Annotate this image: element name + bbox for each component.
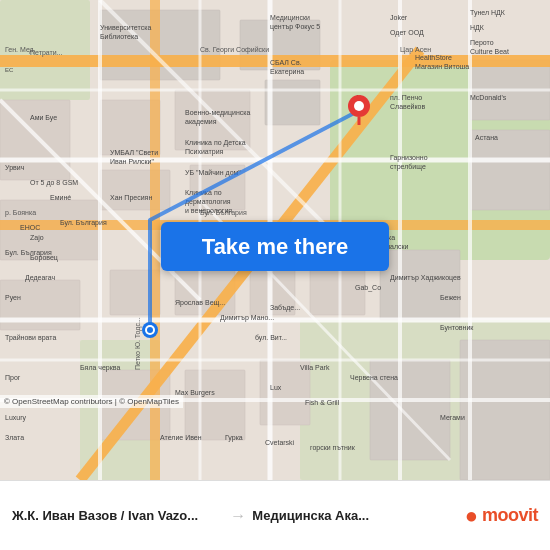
svg-text:Руен: Руен <box>5 294 21 302</box>
svg-text:Дедеагач: Дедеагач <box>25 274 55 282</box>
svg-rect-23 <box>185 370 245 440</box>
origin-name: Ж.К. Иван Вазов / Ivan Vazo... <box>12 508 224 523</box>
svg-rect-21 <box>470 130 550 210</box>
svg-text:HealthStore: HealthStore <box>415 54 452 61</box>
svg-text:Culture Beat: Culture Beat <box>470 48 509 55</box>
svg-text:Прог: Прог <box>5 374 21 382</box>
svg-text:център Фокус 5: център Фокус 5 <box>270 23 320 31</box>
dest-info: Медицинска Ака... <box>252 508 464 523</box>
svg-text:Хан Пресиян: Хан Пресиян <box>110 194 152 202</box>
svg-text:Ярослав Вещ...: Ярослав Вещ... <box>175 299 225 307</box>
svg-text:Бунтовник: Бунтовник <box>440 324 474 332</box>
svg-text:Zajo: Zajo <box>30 234 44 242</box>
svg-text:Бул. България: Бул. България <box>5 249 52 257</box>
svg-text:пл. Пенчо: пл. Пенчо <box>390 94 422 101</box>
divider: → <box>224 507 252 525</box>
svg-text:Петрати...: Петрати... <box>30 49 63 57</box>
svg-text:р. Боянка: р. Боянка <box>5 209 36 217</box>
svg-text:академия: академия <box>185 118 217 126</box>
svg-text:Одет ООД: Одет ООД <box>390 29 424 37</box>
take-me-there-button[interactable]: Take me there <box>161 222 389 271</box>
svg-text:Военно-медицинска: Военно-медицинска <box>185 109 250 117</box>
svg-text:Ателие Ивен: Ателие Ивен <box>160 434 202 441</box>
svg-text:Трайнови врата: Трайнови врата <box>5 334 56 342</box>
svg-point-121 <box>354 101 364 111</box>
svg-text:Fish & Grill: Fish & Grill <box>305 399 340 406</box>
svg-text:Cvetarski: Cvetarski <box>265 439 295 446</box>
svg-text:Медицински: Медицински <box>270 14 310 22</box>
svg-text:Тунел НДК: Тунел НДК <box>470 9 506 17</box>
svg-text:Luxury: Luxury <box>5 414 27 422</box>
svg-text:Еминé: Еминé <box>50 194 71 201</box>
svg-text:Злата: Злата <box>5 434 24 441</box>
osm-attribution: © OpenStreetMap contributors | © OpenMap… <box>0 395 183 408</box>
svg-text:Петко Ю. Тодс...: Петко Ю. Тодс... <box>134 317 142 370</box>
svg-text:Астана: Астана <box>475 134 498 141</box>
svg-text:Иван Рилски": Иван Рилски" <box>110 158 155 165</box>
svg-text:ЕС: ЕС <box>5 67 14 73</box>
svg-text:Joker: Joker <box>390 14 408 21</box>
svg-text:Библиотека: Библиотека <box>100 33 138 40</box>
origin-info: Ж.К. Иван Вазов / Ivan Vazo... <box>12 508 224 523</box>
svg-text:Университетска: Университетска <box>100 24 151 32</box>
svg-text:Димитър Мано...: Димитър Мано... <box>220 314 274 322</box>
svg-text:Магазин Витоша: Магазин Витоша <box>415 63 469 70</box>
svg-text:Урвич: Урвич <box>5 164 25 172</box>
svg-rect-12 <box>265 80 320 125</box>
svg-text:СБАЛ Св.: СБАЛ Св. <box>270 59 302 66</box>
svg-text:и венерология: и венерология <box>185 207 232 215</box>
svg-text:стрелбище: стрелбище <box>390 163 426 171</box>
svg-text:Цар Асен: Цар Асен <box>400 46 431 54</box>
svg-text:Славейков: Славейков <box>390 103 426 110</box>
svg-text:Димитър Хаджикоцев: Димитър Хаджикоцев <box>390 274 461 282</box>
svg-text:От 5 до 8 GSM: От 5 до 8 GSM <box>30 179 78 187</box>
svg-text:Червена стена: Червена стена <box>350 374 398 382</box>
svg-text:Villa Park: Villa Park <box>300 364 330 371</box>
svg-text:бул. Вит...: бул. Вит... <box>255 334 287 342</box>
svg-text:НДК: НДК <box>470 24 485 32</box>
svg-rect-19 <box>380 250 460 320</box>
svg-text:Lux: Lux <box>270 384 282 391</box>
svg-text:Gab_Co: Gab_Co <box>355 284 381 292</box>
svg-text:Бул. България: Бул. България <box>60 219 107 227</box>
svg-text:Бежен: Бежен <box>440 294 461 301</box>
moovit-logo: ● moovit <box>465 503 538 529</box>
svg-text:Забъде...: Забъде... <box>270 304 300 312</box>
svg-text:Гурка: Гурка <box>225 434 243 442</box>
svg-point-125 <box>147 327 153 333</box>
svg-text:Св. Георги Софийски: Св. Георги Софийски <box>200 46 269 54</box>
svg-text:Клиника по Детска: Клиника по Детска <box>185 139 246 147</box>
svg-text:Мегами: Мегами <box>440 414 465 421</box>
map-container: Ген. Мед. Св. Георги Софийски Цар Асен р… <box>0 0 550 480</box>
svg-text:ЕНОС: ЕНОС <box>20 224 40 231</box>
moovit-brand: moovit <box>482 505 538 526</box>
svg-text:Екатерина: Екатерина <box>270 68 304 76</box>
svg-text:McDonald's: McDonald's <box>470 94 507 101</box>
svg-text:Гарнизонно: Гарнизонно <box>390 154 428 162</box>
svg-text:Бяла черква: Бяла черква <box>80 364 120 372</box>
svg-text:УМБАЛ "Свети: УМБАЛ "Свети <box>110 149 158 156</box>
svg-text:Ами Буе: Ами Буе <box>30 114 57 122</box>
svg-text:горски пътник: горски пътник <box>310 444 356 452</box>
svg-text:Психиатрия: Психиатрия <box>185 148 224 156</box>
svg-text:Перото: Перото <box>470 39 494 47</box>
bottom-bar: Ж.К. Иван Вазов / Ivan Vazo... → Медицин… <box>0 480 550 550</box>
moovit-icon: ● <box>465 503 478 529</box>
dest-name: Медицинска Ака... <box>252 508 369 523</box>
